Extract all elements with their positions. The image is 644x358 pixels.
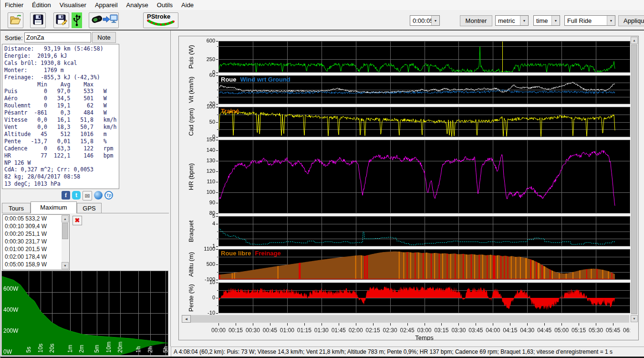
apply-button[interactable]: Appliquer xyxy=(618,15,644,26)
scroll-down-icon[interactable]: ▼ xyxy=(631,315,638,322)
usb-status-indicator xyxy=(72,12,82,28)
save-icon xyxy=(32,14,44,27)
stat-np: NP 126 W xyxy=(4,159,119,167)
stat-table-header: Min Avg Max xyxy=(4,81,119,88)
stat-distance: Distance: 93,19 km (5:46:58) xyxy=(4,45,119,53)
menu-edition[interactable]: Édition xyxy=(28,0,55,10)
ride-name-label: Sortie: xyxy=(5,34,23,42)
menu-analyse[interactable]: Analyse xyxy=(122,0,153,10)
menu-bar: Fichier Édition Visualiser Appareil Anal… xyxy=(0,0,644,11)
list-scrollbar[interactable]: ▲ ▼ xyxy=(62,215,69,269)
range-value: Full Ride xyxy=(565,17,607,24)
stat-row-puis: Puis 0 97,0 533 W xyxy=(4,88,119,95)
chart-vertical-scrollbar[interactable]: ▲ ▼ xyxy=(630,37,638,322)
twitter-icon[interactable]: t xyxy=(72,191,81,200)
stat-freinage: Freinage: -855,3 kJ (-42,3%) xyxy=(4,74,119,81)
menu-visualiser[interactable]: Visualiser xyxy=(55,0,91,10)
status-bar: A 4:08:04 (60,2 km): Puis: 73 W; Vitesse… xyxy=(171,347,644,357)
stat-row-pesantr: Pésantr -861 0,3 484 W xyxy=(4,109,119,116)
scrollbar-thumb[interactable] xyxy=(62,223,68,239)
mean-max-power-chart xyxy=(1,271,168,356)
ride-charts-area: ▲ ▼ ◄ xyxy=(170,31,644,347)
menu-outils[interactable]: Outils xyxy=(153,0,177,10)
menu-aide[interactable]: Aide xyxy=(177,0,198,10)
status-text: A 4:08:04 (60,2 km): Puis: 73 W; Vitesse… xyxy=(174,348,613,355)
tab-baseline xyxy=(2,213,169,213)
chevron-down-icon: ▼ xyxy=(607,16,615,25)
svg-text:PStroke: PStroke xyxy=(147,13,170,20)
tab-tours[interactable]: Tours xyxy=(2,203,31,213)
open-file-button[interactable] xyxy=(8,12,23,28)
range-select[interactable]: Full Ride ▼ xyxy=(564,15,615,26)
mean-max-power-canvas[interactable] xyxy=(2,271,168,355)
list-item[interactable]: 0:00:20 251,1 W xyxy=(3,230,69,238)
xaxis-value: time xyxy=(534,17,551,24)
trainingpeaks-icon[interactable]: Tp xyxy=(104,191,113,200)
delete-interval-button[interactable]: ✖ xyxy=(73,216,82,225)
email-icon[interactable]: ✉ xyxy=(83,191,92,200)
chevron-down-icon: ▼ xyxy=(431,16,439,25)
scrollbar-thumb[interactable] xyxy=(631,44,637,314)
stat-row-aero: Aéro 0 34,5 501 W xyxy=(4,95,119,102)
stat-monter: Monter: 1769 m xyxy=(4,67,119,74)
google-earth-icon[interactable] xyxy=(94,191,103,200)
scroll-left-icon[interactable]: ◄ xyxy=(182,315,191,323)
usb-icon xyxy=(73,13,81,28)
application-window: Fichier Édition Visualiser Appareil Anal… xyxy=(0,0,644,358)
stat-row-vitesse: Vitesse 0,0 16,1 51,8 km/h xyxy=(4,116,119,124)
pstroke-logo-icon: PStroke xyxy=(145,13,177,28)
stat-cda-crr: CdA: 0,327 m^2; Crr: 0,0053 xyxy=(4,166,119,173)
list-item[interactable]: 0:00:05 533,2 W xyxy=(3,215,69,222)
menu-fichier[interactable]: Fichier xyxy=(0,0,28,10)
stat-row-hr: HR 77 122,1 146 bpm xyxy=(4,152,119,159)
chevron-down-icon: ▼ xyxy=(551,16,560,25)
ride-summary-panel: Sortie: Note Distance: 93,19 km (5:46:58… xyxy=(0,31,170,347)
open-folder-icon xyxy=(10,14,22,27)
maximum-power-list[interactable]: 0:00:05 533,2 W 0:00:10 309,4 W 0:00:20 … xyxy=(2,214,70,270)
stat-weight-date: 82 kg; 28/04/2017 08:58 xyxy=(4,173,119,180)
stat-row-pente: Pente -13,7 0,01 15,8 % xyxy=(4,138,119,145)
list-item[interactable]: 0:00:10 309,4 W xyxy=(3,222,69,230)
ride-charts-container: ▲ ▼ ◄ xyxy=(178,36,639,340)
list-item[interactable]: 0:02:00 178,4 W xyxy=(3,253,69,261)
stat-row-roulemnt: Roulemnt 0 19,1 62 W xyxy=(4,102,119,109)
xaxis-select[interactable]: time ▼ xyxy=(533,15,560,26)
stat-row-vent: Vent 0,0 18,3 50,7 km/h xyxy=(4,124,119,131)
save-button[interactable] xyxy=(30,12,46,28)
facebook-icon[interactable]: f xyxy=(62,191,70,200)
interval-select[interactable]: 0:00:05 ▼ xyxy=(410,15,440,26)
stat-energie: Énergie: 2019,6 kJ xyxy=(4,53,119,60)
tab-gps[interactable]: GPS xyxy=(77,203,102,213)
save-as-button[interactable] xyxy=(53,12,69,28)
stat-temp-pressure: 13 degC; 1013 hPa xyxy=(4,180,119,188)
ride-charts-canvas[interactable] xyxy=(179,36,630,340)
list-item[interactable]: 0:01:00 201,5 W xyxy=(3,245,69,253)
chevron-down-icon: ▼ xyxy=(520,16,528,25)
interval-value: 0:00:05 xyxy=(410,17,431,24)
list-item[interactable]: 0:00:30 231,7 W xyxy=(3,238,69,245)
list-item[interactable]: 0:05:00 158,9 W xyxy=(3,261,69,268)
ride-name-input[interactable] xyxy=(24,32,91,42)
unit-select[interactable]: metric ▼ xyxy=(495,15,529,26)
tab-maximum[interactable]: Maximum xyxy=(31,201,77,213)
menu-appareil[interactable]: Appareil xyxy=(91,0,122,10)
note-button[interactable]: Note xyxy=(92,32,116,43)
share-icons-row: f t ✉ Tp xyxy=(62,191,113,200)
toolbar: PStroke 0:00:05 ▼ Montrer metric ▼ time … xyxy=(0,10,644,30)
scroll-down-icon[interactable]: ▼ xyxy=(62,262,69,269)
show-button[interactable]: Montrer xyxy=(460,15,492,26)
unit-value: metric xyxy=(496,17,520,24)
ride-stats-box: Distance: 93,19 km (5:46:58) Énergie: 20… xyxy=(2,44,119,189)
pstroke-button[interactable]: PStroke xyxy=(143,12,178,28)
scroll-up-icon[interactable]: ▲ xyxy=(631,37,638,44)
scroll-up-icon[interactable]: ▲ xyxy=(62,215,69,222)
chart-horizontal-scrollbar[interactable]: ◄ xyxy=(182,315,629,323)
stat-row-cadence: Cadence 0 63,3 122 rpm xyxy=(4,145,119,152)
stat-row-altitude: Altitude 45 512 1016 m xyxy=(4,131,119,138)
stat-calories: Cals brûl: 1930,8 kcal xyxy=(4,60,119,67)
device-to-computer-icon xyxy=(90,13,118,28)
save-as-icon xyxy=(56,14,67,27)
download-from-device-button[interactable] xyxy=(89,12,119,28)
